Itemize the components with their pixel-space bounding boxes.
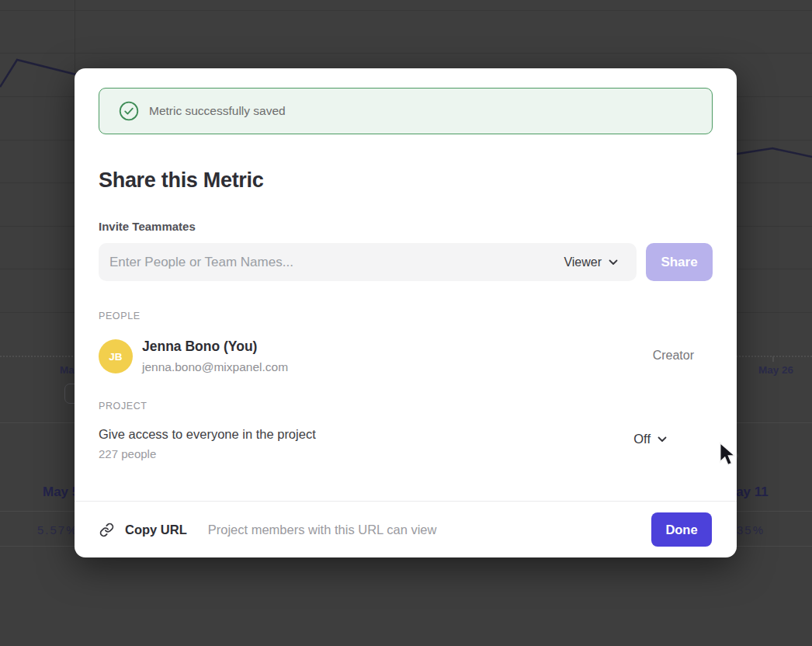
project-section: PROJECT Give access to everyone in the p… [99, 401, 713, 460]
invite-input-wrap: Viewer [99, 243, 637, 281]
avatar: JB [99, 339, 133, 373]
success-toast: Metric successfully saved [99, 88, 713, 134]
invite-teammates-label: Invite Teammates [99, 220, 713, 233]
member-role: Creator [653, 349, 694, 363]
share-metric-modal: Metric successfully saved Share this Met… [75, 68, 737, 557]
check-circle-icon [119, 101, 139, 121]
project-access-title: Give access to everyone in the project [99, 427, 713, 442]
copy-url-button[interactable]: Copy URL [99, 523, 187, 537]
share-metric-modal-body: Metric successfully saved Share this Met… [75, 68, 737, 501]
member-text: Jenna Bono (You) jenna.bono@mixpanel.com [142, 339, 288, 374]
link-icon [99, 523, 114, 537]
mouse-cursor-icon [719, 442, 737, 471]
member-email: jenna.bono@mixpanel.com [142, 360, 288, 374]
project-section-heading: PROJECT [99, 401, 713, 412]
table-value-left: 5.57% [37, 523, 78, 537]
invite-row: Viewer Share [99, 243, 713, 281]
done-button[interactable]: Done [651, 512, 712, 547]
copy-url-hint: Project members with this URL can view [208, 523, 437, 537]
project-people-count: 227 people [99, 447, 713, 460]
project-access-value: Off [633, 432, 651, 446]
share-button[interactable]: Share [646, 243, 713, 281]
invite-people-input[interactable] [99, 243, 637, 281]
x-axis-label-right: May 26 [758, 364, 793, 376]
member-name: Jenna Bono (You) [142, 339, 288, 355]
toast-message: Metric successfully saved [149, 104, 286, 118]
people-section-heading: PEOPLE [99, 311, 713, 321]
chevron-down-icon [658, 436, 667, 443]
modal-footer: Copy URL Project members with this URL c… [75, 501, 737, 557]
member-row: JB Jenna Bono (You) jenna.bono@mixpanel.… [99, 339, 713, 374]
project-access-dropdown[interactable]: Off [633, 432, 667, 446]
project-access-row: Give access to everyone in the project 2… [99, 427, 713, 460]
role-dropdown[interactable]: Viewer [564, 243, 618, 281]
table-value-right: 35% [737, 523, 765, 537]
copy-url-label: Copy URL [125, 523, 187, 537]
modal-title: Share this Metric [99, 168, 713, 193]
chevron-down-icon [609, 259, 618, 266]
role-dropdown-value: Viewer [564, 255, 602, 269]
